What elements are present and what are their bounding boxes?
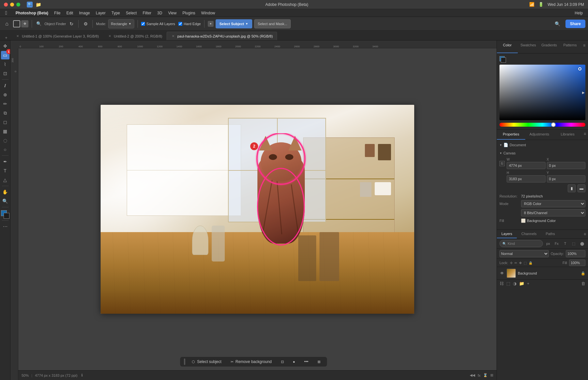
- maximize-button[interactable]: [16, 3, 20, 7]
- layer-adj-filter[interactable]: Fx: [553, 240, 560, 247]
- canvas-header[interactable]: ▼ Canvas: [499, 151, 585, 155]
- bits-select[interactable]: 8 Bits/Channel 16 Bits/Channel 32 Bits/C…: [521, 209, 585, 216]
- minimize-button[interactable]: [10, 3, 14, 7]
- new-layer-icon[interactable]: +: [527, 281, 530, 286]
- layers-options-icon[interactable]: ≡: [582, 230, 588, 238]
- hard-edge-checkbox[interactable]: Hard Edge: [178, 22, 201, 26]
- tool-blur[interactable]: ◌: [1, 136, 9, 145]
- tab-gradients[interactable]: Gradients: [539, 40, 560, 53]
- foreground-color[interactable]: [1, 210, 9, 219]
- tab-color[interactable]: Color: [497, 40, 518, 53]
- layer-color-filter[interactable]: ⬤: [579, 240, 585, 247]
- layer-smart-obj-filter[interactable]: ⬚: [570, 240, 577, 247]
- tool-eraser[interactable]: ◻: [1, 118, 9, 126]
- link-layers-icon[interactable]: ⛓: [499, 281, 504, 286]
- share-button[interactable]: Share: [565, 20, 585, 28]
- panel-options-icon[interactable]: ≡: [580, 40, 588, 53]
- tab-properties[interactable]: Properties: [497, 130, 525, 140]
- tool-extra[interactable]: ⋯: [1, 222, 9, 231]
- select-subject-button[interactable]: Select Subject ▼: [216, 19, 252, 28]
- tab-close-icon-2[interactable]: ✕: [107, 34, 112, 39]
- menu-select[interactable]: Select: [123, 10, 139, 16]
- tool-heal[interactable]: ⊕: [1, 90, 9, 99]
- tool-hand[interactable]: ✋: [1, 188, 9, 196]
- menu-plugins[interactable]: Plugins: [180, 10, 198, 16]
- traffic-lights[interactable]: [4, 3, 20, 7]
- select-subject-floating-btn[interactable]: ⬡ Select subject: [189, 358, 224, 365]
- crop-floating-btn[interactable]: ⊡: [278, 358, 286, 365]
- mode-select-prop[interactable]: RGB Color CMYK Color Grayscale: [521, 200, 585, 207]
- tab-adjustments[interactable]: Adjustments: [525, 130, 554, 140]
- y-input[interactable]: [547, 175, 586, 182]
- selection-marquee-icon[interactable]: [13, 20, 20, 27]
- tab-layers[interactable]: Layers: [497, 230, 517, 238]
- tab-close-icon-1[interactable]: ✕: [15, 34, 20, 39]
- bg-color-swatch[interactable]: [501, 57, 506, 63]
- tool-dodge[interactable]: ○: [1, 145, 9, 154]
- tool-text[interactable]: T: [1, 166, 9, 175]
- lock-draw-icon[interactable]: ✏: [514, 261, 517, 265]
- menu-help[interactable]: Help: [572, 10, 585, 16]
- apple-menu[interactable]: : [3, 9, 10, 17]
- document-header[interactable]: ▼ 📄 Document: [499, 143, 585, 147]
- opacity-input[interactable]: [566, 250, 585, 257]
- tab-photo[interactable]: ✕ paul-hanaoka-w2DsS-ZAP4U-unsplash.jpg …: [167, 32, 277, 40]
- width-input[interactable]: [507, 162, 546, 169]
- object-finder-icon[interactable]: 🔍: [35, 20, 42, 27]
- menu-edit[interactable]: Edit: [64, 10, 76, 16]
- tool-lasso[interactable]: ⌇: [1, 60, 9, 69]
- tool-path[interactable]: △: [1, 176, 9, 184]
- tab-patterns[interactable]: Patterns: [560, 40, 580, 53]
- tool-pen[interactable]: ✒: [1, 157, 9, 166]
- canvas-area[interactable]: 0 100 200 400 600 800 1000 1200 1400 160…: [10, 40, 497, 380]
- prev-icon[interactable]: ◀◀: [470, 373, 475, 377]
- settings-icon[interactable]: ⚙: [82, 20, 89, 27]
- tool-eyedropper[interactable]: 𝑰: [1, 81, 9, 90]
- tool-crop[interactable]: ⊡: [1, 69, 9, 78]
- canvas-container[interactable]: 2: [18, 48, 497, 370]
- tab-untitled1[interactable]: ✕ Untitled-1 @ 100% (Generative Layer 3,…: [11, 32, 103, 40]
- tab-paths[interactable]: Paths: [541, 230, 560, 238]
- canvas[interactable]: 2: [101, 105, 414, 314]
- tab-scroll-left[interactable]: +: [1, 36, 11, 40]
- mode-select[interactable]: Rectangle ▼: [108, 19, 134, 28]
- home-icon[interactable]: ⌂: [3, 20, 11, 28]
- color-picker-arrow[interactable]: ▶: [582, 91, 585, 94]
- layer-smart-filter[interactable]: T: [562, 240, 568, 247]
- hue-slider-thumb[interactable]: [551, 122, 556, 127]
- tool-gradient[interactable]: ▦: [1, 127, 9, 135]
- lock-position-icon[interactable]: ✢: [510, 261, 513, 265]
- info-icon[interactable]: ℹ: [81, 373, 83, 377]
- select-mask-button[interactable]: Select and Mask...: [254, 19, 291, 28]
- props-options-icon[interactable]: ≡: [582, 130, 588, 140]
- search-icon-toolbar[interactable]: 🔍: [555, 21, 560, 26]
- close-button[interactable]: [4, 3, 8, 7]
- menu-3d[interactable]: 3D: [155, 10, 165, 16]
- tab-channels[interactable]: Channels: [517, 230, 541, 238]
- folder-layer-icon[interactable]: 📁: [519, 281, 524, 286]
- tool-zoom[interactable]: 🔍: [1, 197, 9, 205]
- grid-floating-btn[interactable]: ⊞: [315, 358, 323, 365]
- menu-photoshop[interactable]: Photoshop (Beta): [13, 10, 51, 16]
- lock-ratio-icon[interactable]: ⛓: [499, 161, 505, 166]
- add-mask-icon[interactable]: ⬚: [506, 281, 510, 286]
- menu-type[interactable]: Type: [109, 10, 122, 16]
- tool-clone[interactable]: ⧉: [1, 109, 9, 117]
- hard-edge-input[interactable]: [178, 22, 182, 26]
- lock-all-icon[interactable]: 🔒: [529, 261, 532, 265]
- blend-mode-select[interactable]: Normal Multiply Screen: [499, 250, 549, 257]
- height-input[interactable]: [507, 175, 546, 182]
- add-adjustment-icon[interactable]: ◑: [513, 281, 516, 286]
- move-tool-icon[interactable]: ✥: [21, 20, 28, 27]
- layer-background[interactable]: 👁 Background 🔒: [497, 267, 588, 279]
- history-icon[interactable]: ⌛: [483, 373, 488, 377]
- fill-input[interactable]: [569, 260, 585, 266]
- finder-icon[interactable]: 🔍: [27, 2, 33, 8]
- menu-window[interactable]: Window: [199, 10, 218, 16]
- floating-handle[interactable]: [184, 358, 185, 365]
- fx-icon[interactable]: fx: [478, 373, 481, 377]
- refresh-icon[interactable]: ↻: [68, 20, 75, 27]
- menu-view[interactable]: View: [166, 10, 179, 16]
- canvas-landscape-btn[interactable]: ▬: [578, 184, 585, 192]
- tab-close-icon-3[interactable]: ✕: [171, 34, 175, 39]
